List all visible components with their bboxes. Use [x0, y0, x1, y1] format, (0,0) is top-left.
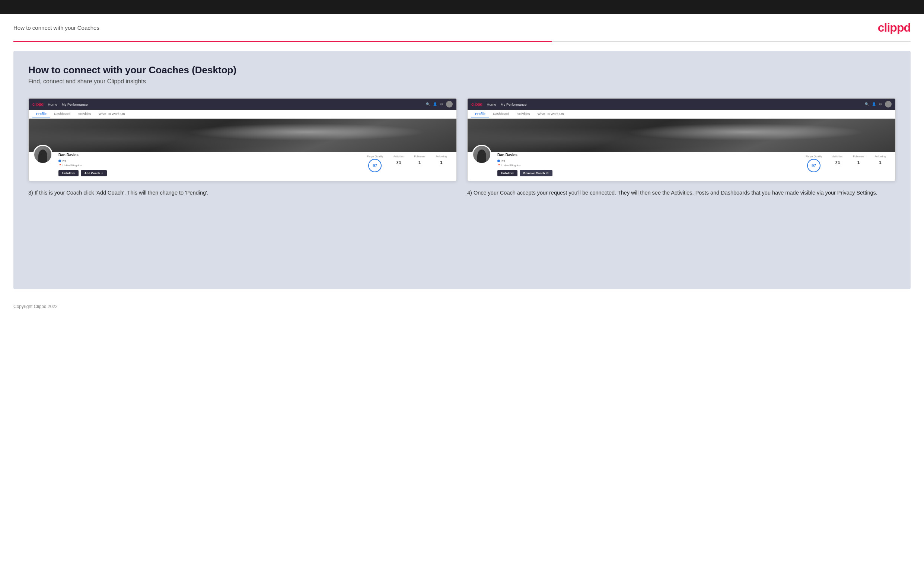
right-mockup-tabs: Profile Dashboard Activities What To Wor… [468, 110, 895, 119]
right-avatar-figure [477, 150, 486, 163]
right-tab-dashboard[interactable]: Dashboard [489, 110, 513, 118]
left-unfollow-button[interactable]: Unfollow [58, 170, 79, 176]
left-badge-dot [58, 160, 61, 162]
left-following-label: Following [436, 155, 447, 158]
top-bar [0, 0, 924, 14]
main-heading: How to connect with your Coaches (Deskto… [28, 64, 896, 76]
right-unfollow-button[interactable]: Unfollow [498, 170, 517, 176]
left-stat-activities: Activities 71 [388, 155, 409, 166]
right-nav-user-icon[interactable]: 👤 [872, 102, 876, 106]
left-stat-quality: Player Quality 97 [367, 155, 388, 172]
right-activities-value: 71 [835, 160, 840, 165]
right-column: clippd Home My Performance 🔍 👤 ⚙ Profile… [467, 98, 896, 197]
left-nav-my-performance[interactable]: My Performance [62, 102, 88, 106]
right-profile-name: Dan Davies [498, 153, 552, 157]
left-nav-search-icon[interactable]: 🔍 [426, 102, 430, 106]
left-quality-label: Player Quality [367, 155, 383, 158]
right-stat-following: Following 1 [869, 155, 891, 166]
right-stat-followers: Followers 1 [848, 155, 869, 166]
right-nav-settings-icon[interactable]: ⚙ [879, 102, 882, 106]
left-profile-section: Dan Davies Pro 📍 United Kingdom [29, 145, 456, 181]
left-activities-label: Activities [394, 155, 404, 158]
left-stat-following: Following 1 [430, 155, 452, 166]
left-profile-name: Dan Davies [58, 153, 107, 157]
left-followers-value: 1 [418, 160, 421, 165]
left-profile-info: Dan Davies Pro 📍 United Kingdom [58, 153, 107, 176]
left-nav-home[interactable]: Home [48, 102, 57, 106]
left-description: 3) If this is your Coach click 'Add Coac… [28, 189, 457, 197]
remove-coach-x-icon: ✕ [546, 171, 549, 175]
left-add-coach-button[interactable]: Add Coach + [81, 170, 107, 176]
left-followers-label: Followers [414, 155, 425, 158]
header-divider [13, 41, 911, 42]
right-badge-dot [498, 160, 500, 162]
right-remove-coach-button[interactable]: Remove Coach ✕ [520, 170, 552, 176]
footer: Copyright Clippd 2022 [0, 298, 924, 315]
right-profile-row: Dan Davies Pro 📍 United Kingdom [498, 153, 891, 176]
logo: clippd [878, 21, 911, 35]
header: How to connect with your Coaches clippd [0, 14, 924, 41]
left-profile-badge: Pro [58, 159, 66, 163]
right-tab-what-to-work-on[interactable]: What To Work On [534, 110, 568, 118]
right-activities-label: Activities [832, 155, 843, 158]
left-avatar [33, 145, 52, 164]
right-nav-search-icon[interactable]: 🔍 [865, 102, 869, 106]
left-tab-activities[interactable]: Activities [74, 110, 95, 118]
left-nav-avatar[interactable] [446, 101, 453, 108]
page-title: How to connect with your Coaches [13, 24, 99, 31]
right-followers-value: 1 [857, 160, 860, 165]
main-subheading: Find, connect and share your Clippd insi… [28, 78, 896, 85]
left-nav-icons: 🔍 👤 ⚙ [426, 101, 453, 108]
left-mockup-logo: clippd [32, 102, 43, 106]
screenshots-row: clippd Home My Performance 🔍 👤 ⚙ Profile… [28, 98, 896, 197]
right-profile-location: 📍 United Kingdom [498, 164, 552, 167]
left-tab-what-to-work-on[interactable]: What To Work On [95, 110, 129, 118]
left-nav-settings-icon[interactable]: ⚙ [440, 102, 443, 106]
left-profile-actions: Unfollow Add Coach + [58, 170, 107, 176]
right-mockup-logo: clippd [471, 102, 482, 106]
right-stat-quality: Player Quality 97 [806, 155, 827, 172]
left-tab-profile[interactable]: Profile [32, 110, 50, 118]
left-profile-details: Dan Davies Pro 📍 United Kingdom [58, 145, 452, 176]
right-following-value: 1 [879, 160, 882, 165]
right-profile-info: Dan Davies Pro 📍 United Kingdom [498, 153, 552, 176]
main-content: How to connect with your Coaches (Deskto… [13, 51, 911, 289]
left-mockup-nav: clippd Home My Performance 🔍 👤 ⚙ [29, 98, 456, 110]
left-stat-followers: Followers 1 [409, 155, 430, 166]
location-pin-icon: 📍 [58, 164, 62, 167]
left-tab-dashboard[interactable]: Dashboard [50, 110, 74, 118]
left-stats: Player Quality 97 Activities 71 Follower… [367, 155, 452, 172]
copyright-text: Copyright Clippd 2022 [13, 304, 58, 309]
left-profile-location: 📍 United Kingdom [58, 164, 107, 167]
right-followers-label: Followers [853, 155, 864, 158]
right-description: 4) Once your Coach accepts your request … [467, 189, 896, 197]
right-mockup-nav: clippd Home My Performance 🔍 👤 ⚙ [468, 98, 895, 110]
left-nav-user-icon[interactable]: 👤 [433, 102, 437, 106]
right-tab-profile[interactable]: Profile [471, 110, 489, 118]
left-avatar-figure [38, 150, 47, 163]
right-stat-activities: Activities 71 [827, 155, 848, 166]
right-nav-avatar[interactable] [885, 101, 892, 108]
left-mockup: clippd Home My Performance 🔍 👤 ⚙ Profile… [28, 98, 457, 181]
right-profile-badge: Pro [498, 159, 505, 163]
right-location-pin-icon: 📍 [498, 164, 501, 167]
right-quality-circle: 97 [807, 159, 821, 172]
left-mockup-tabs: Profile Dashboard Activities What To Wor… [29, 110, 456, 119]
right-tab-activities[interactable]: Activities [513, 110, 534, 118]
left-profile-row: Dan Davies Pro 📍 United Kingdom [58, 153, 452, 176]
right-profile-actions: Unfollow Remove Coach ✕ [498, 170, 552, 176]
left-activities-value: 71 [396, 160, 401, 165]
right-avatar [472, 145, 491, 164]
right-mockup: clippd Home My Performance 🔍 👤 ⚙ Profile… [467, 98, 896, 181]
right-nav-my-performance[interactable]: My Performance [501, 102, 527, 106]
left-quality-circle: 97 [368, 159, 381, 172]
left-column: clippd Home My Performance 🔍 👤 ⚙ Profile… [28, 98, 457, 197]
right-profile-details: Dan Davies Pro 📍 United Kingdom [498, 145, 891, 176]
left-following-value: 1 [440, 160, 443, 165]
right-nav-icons: 🔍 👤 ⚙ [865, 101, 892, 108]
right-following-label: Following [874, 155, 886, 158]
right-stats: Player Quality 97 Activities 71 Follower… [806, 155, 891, 172]
right-nav-home[interactable]: Home [486, 102, 496, 106]
right-quality-label: Player Quality [806, 155, 822, 158]
right-profile-section: Dan Davies Pro 📍 United Kingdom [468, 145, 895, 181]
